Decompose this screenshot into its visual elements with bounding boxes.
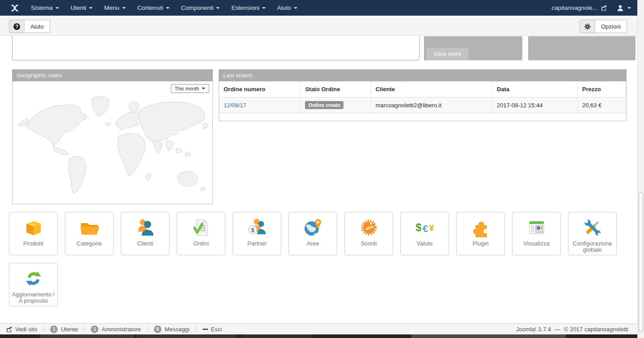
order-price: 20,63 € bbox=[582, 102, 602, 109]
admins-count-item[interactable]: 1 Amministratore bbox=[89, 325, 142, 333]
taskbar-segment bbox=[136, 334, 237, 338]
shortcut-tile[interactable]: Configurazione globale bbox=[568, 212, 617, 255]
shortcut-tile[interactable]: -40% Sconti bbox=[344, 212, 393, 255]
divider bbox=[147, 326, 148, 332]
panel-title: Last orders bbox=[219, 69, 627, 81]
last-orders-panel: Last orders Ordine numero Stato Ordine C… bbox=[219, 69, 627, 121]
products-box-icon bbox=[23, 217, 44, 238]
areas-globe-pin-icon bbox=[302, 217, 324, 238]
options-button[interactable]: Opzioni bbox=[580, 20, 627, 33]
options-button-label: Opzioni bbox=[595, 20, 627, 33]
shortcut-tile[interactable]: Ordini bbox=[177, 212, 225, 255]
table-header-row: Ordine numero Stato Ordine Cliente Data … bbox=[219, 81, 626, 97]
credits-separator: — bbox=[555, 326, 560, 333]
nav-menu-item[interactable]: Aiuto bbox=[271, 0, 303, 16]
cutoff-gray-widget: View more bbox=[424, 36, 522, 60]
nav-menu-item-label: Estensioni bbox=[231, 4, 259, 11]
shortcut-label: Visualizza bbox=[522, 241, 550, 247]
geographic-sales-panel: Geographic sales This month bbox=[12, 69, 213, 204]
view-site-link[interactable]: capitanoagnole... bbox=[551, 4, 607, 11]
shortcut-tile[interactable]: Clienti bbox=[121, 212, 169, 255]
joomla-logo-icon bbox=[10, 3, 20, 13]
nav-menu-item-label: Sistema bbox=[31, 4, 53, 11]
divider bbox=[43, 326, 44, 332]
view-site-label: Vedi sito bbox=[15, 326, 37, 333]
chevron-down-icon bbox=[89, 7, 93, 9]
shortcut-label: Sconti bbox=[360, 241, 377, 247]
chevron-down-icon bbox=[55, 7, 59, 9]
shortcut-label: Ordini bbox=[192, 241, 210, 247]
table-column-header: Data bbox=[492, 81, 577, 97]
external-link-icon bbox=[601, 5, 607, 11]
last-orders-body: Ordine numero Stato Ordine Cliente Data … bbox=[219, 81, 627, 121]
order-client: marcoagnoletti2@libero.it bbox=[376, 102, 442, 109]
world-map[interactable] bbox=[13, 81, 212, 204]
svg-text:$: $ bbox=[251, 227, 254, 233]
table-column-header: Ordine numero bbox=[219, 81, 301, 97]
view-more-button[interactable]: View more bbox=[427, 48, 468, 60]
shortcut-tile[interactable]: $ Partner bbox=[233, 212, 281, 255]
nav-menu-item[interactable]: Estensioni bbox=[225, 0, 271, 16]
shortcut-tile[interactable]: Visualizza bbox=[512, 212, 561, 255]
shortcut-tile[interactable]: Prodotti bbox=[9, 212, 58, 255]
nav-menu-item-label: Menu bbox=[104, 4, 119, 11]
shortcut-tile[interactable]: Aree bbox=[288, 212, 337, 255]
chevron-down-icon bbox=[122, 7, 126, 9]
help-button-label: Aiuto bbox=[25, 20, 50, 33]
divider bbox=[196, 326, 196, 332]
plugin-puzzle-icon bbox=[470, 217, 491, 238]
nav-menu-item[interactable]: Contenuti bbox=[131, 0, 175, 16]
nav-menu-item[interactable]: Sistema bbox=[25, 0, 65, 16]
users-label: Utente bbox=[61, 326, 78, 333]
messages-label: Messaggi bbox=[165, 326, 190, 333]
discount-badge-icon: -40% bbox=[358, 217, 380, 238]
nav-menu-item-label: Contenuti bbox=[137, 4, 163, 11]
categories-folder-icon bbox=[79, 217, 100, 238]
geographic-sales-body: This month bbox=[12, 81, 213, 204]
shortcut-label: Categorie bbox=[76, 241, 102, 247]
table-column-header: Cliente bbox=[371, 81, 492, 97]
users-count-item[interactable]: 1 Utente bbox=[48, 325, 80, 333]
scrollbar-thumb[interactable] bbox=[639, 192, 643, 332]
shortcut-label: Valute bbox=[416, 241, 434, 247]
nav-menu-item[interactable]: Componenti bbox=[175, 0, 226, 16]
nav-menu-item[interactable]: Menu bbox=[98, 0, 131, 16]
shortcut-label: Aggiornamento / A proposito bbox=[9, 292, 57, 304]
config-tools-icon bbox=[582, 217, 603, 238]
chevron-down-icon bbox=[216, 7, 220, 9]
scrollbar-track[interactable] bbox=[637, 0, 644, 338]
period-selector-dropdown[interactable]: This month bbox=[171, 84, 209, 93]
svg-text:$: $ bbox=[415, 221, 422, 233]
view-site-button[interactable]: Vedi sito bbox=[4, 326, 39, 333]
partner-users-coin-icon: $ bbox=[246, 217, 268, 238]
footer-credits: Joomla! 3.7.4 — © 2017 capitanoagnoletti bbox=[516, 326, 628, 333]
table-column-header: Prezzo bbox=[577, 81, 626, 97]
period-selector-label: This month bbox=[175, 86, 199, 91]
user-menu[interactable] bbox=[617, 4, 631, 12]
nav-menu-item[interactable]: Utenti bbox=[65, 0, 98, 16]
logout-label: Esci bbox=[211, 326, 222, 333]
shortcut-tile[interactable]: Plugin bbox=[456, 212, 505, 255]
shortcut-tile[interactable]: Categorie bbox=[65, 212, 114, 255]
messages-count-badge: 0 bbox=[154, 325, 161, 333]
cutoff-gray-widget bbox=[528, 36, 636, 60]
cutoff-white-panel bbox=[12, 36, 419, 60]
order-status-badge: Ordine creato bbox=[305, 101, 343, 109]
nav-menu-item-label: Aiuto bbox=[277, 4, 291, 11]
help-button[interactable]: ? Aiuto bbox=[9, 20, 50, 33]
update-sync-icon bbox=[23, 268, 44, 289]
shortcut-tile[interactable]: Aggiornamento / A proposito bbox=[9, 263, 58, 306]
logout-button[interactable]: Esci bbox=[201, 326, 224, 333]
table-column-header: Stato Ordine bbox=[301, 81, 371, 97]
messages-count-item[interactable]: 0 Messaggi bbox=[152, 325, 191, 333]
currencies-icon: $€¥ bbox=[414, 217, 436, 238]
admins-label: Amministratore bbox=[102, 326, 140, 333]
shortcut-tile[interactable]: $€¥ Valute bbox=[400, 212, 449, 255]
taskbar-segment bbox=[40, 334, 134, 338]
order-number-link[interactable]: 12/08/17 bbox=[224, 102, 246, 109]
clients-users-icon bbox=[135, 217, 156, 238]
gear-icon bbox=[580, 20, 595, 33]
taskbar-strip bbox=[0, 334, 644, 338]
external-link-icon bbox=[6, 326, 12, 332]
chevron-down-icon bbox=[166, 7, 169, 9]
